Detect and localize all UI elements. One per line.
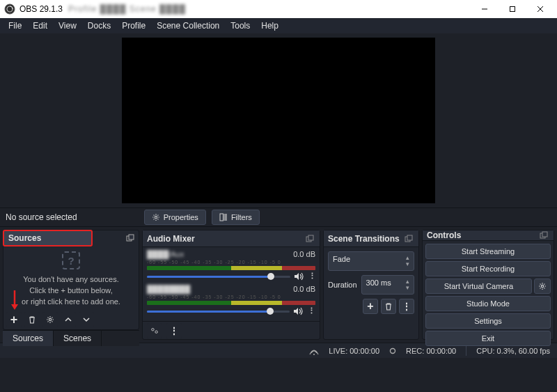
svg-line-11 — [153, 215, 154, 216]
properties-button[interactable]: Properties — [144, 210, 206, 225]
status-live: LIVE: 00:00:00 — [329, 347, 379, 355]
no-source-label: No source selected — [6, 212, 91, 222]
svg-line-27 — [52, 321, 52, 322]
menu-scene-collection[interactable]: Scene Collection — [151, 19, 225, 33]
svg-line-46 — [544, 288, 544, 288]
sources-panel: Sources x ? You don't have any sources. … — [3, 230, 139, 330]
start-virtual-camera-button[interactable]: Start Virtual Camera — [425, 279, 532, 294]
popout-icon[interactable] — [306, 235, 315, 243]
svg-rect-18 — [129, 235, 134, 240]
svg-rect-3 — [510, 7, 515, 12]
sources-empty-line: Click the + button below, — [29, 286, 113, 295]
preview-canvas[interactable] — [122, 38, 435, 203]
sources-empty-line: You don't have any sources. — [23, 275, 118, 283]
svg-point-35 — [155, 331, 157, 333]
menu-file[interactable]: File — [3, 19, 27, 33]
window-minimize-button[interactable] — [471, 0, 499, 18]
popout-icon[interactable] — [405, 235, 414, 243]
panel-title: Scene Transitions — [328, 234, 400, 244]
gear-icon — [538, 282, 547, 290]
window-titlebar: OBS 29.1.3 Profile ████ Scene ████ — [0, 0, 557, 18]
rec-dot-icon — [389, 347, 396, 354]
advanced-audio-button[interactable] — [147, 323, 162, 338]
speaker-icon[interactable] — [295, 272, 304, 281]
chevron-down-icon — [83, 316, 90, 323]
menu-tools[interactable]: Tools — [225, 19, 256, 33]
add-source-button[interactable]: + — [6, 312, 22, 327]
move-source-up-button[interactable] — [61, 312, 76, 327]
duration-input[interactable]: 300 ms ▴▾ — [361, 275, 414, 295]
mixer-channel-label: ████████ 0.0 dB — [147, 285, 315, 293]
svg-line-48 — [540, 288, 541, 288]
menu-bar: File Edit View Docks Profile Scene Colle… — [0, 18, 557, 33]
gears-icon — [150, 327, 159, 335]
speaker-icon[interactable] — [294, 307, 304, 315]
remove-transition-button[interactable] — [381, 299, 396, 314]
svg-point-50 — [391, 348, 395, 353]
svg-line-14 — [153, 219, 154, 219]
studio-mode-button[interactable]: Studio Mode — [425, 296, 551, 311]
sources-panel-title: Sources — [3, 230, 93, 246]
preview-area — [0, 33, 557, 207]
svg-marker-20 — [11, 304, 18, 310]
exit-button[interactable]: Exit — [425, 331, 551, 346]
settings-button[interactable]: Settings — [425, 313, 551, 329]
svg-point-40 — [541, 285, 543, 287]
menu-view[interactable]: View — [53, 19, 82, 33]
transition-select[interactable]: Fade ▴▾ — [328, 251, 414, 271]
svg-point-21 — [49, 318, 51, 320]
panel-title: Controls — [427, 230, 461, 240]
popout-icon[interactable] — [540, 231, 549, 240]
svg-rect-16 — [223, 214, 227, 221]
menu-docks[interactable]: Docks — [82, 19, 116, 33]
kebab-icon[interactable]: ⋮ — [308, 272, 315, 281]
annotation-arrow-icon — [9, 289, 20, 310]
kebab-icon[interactable]: ⋮ — [308, 306, 315, 315]
start-recording-button[interactable]: Start Recording — [425, 261, 551, 276]
volume-slider[interactable] — [147, 272, 290, 281]
audio-meter — [147, 266, 315, 270]
volume-slider[interactable] — [147, 307, 290, 315]
window-title: OBS 29.1.3 — [19, 4, 63, 14]
start-streaming-button[interactable]: Start Streaming — [425, 244, 551, 259]
svg-marker-32 — [295, 273, 299, 280]
filters-icon — [219, 213, 228, 221]
source-properties-button[interactable] — [42, 312, 58, 327]
svg-line-28 — [52, 317, 52, 318]
panel-title: Audio Mixer — [147, 234, 195, 244]
sources-empty-state[interactable]: ? You don't have any sources. Click the … — [3, 247, 139, 310]
move-source-down-button[interactable] — [79, 312, 94, 327]
audio-mixer-panel: Audio Mixer ████/Aux 0.0 dB -60 -55 -50 … — [142, 230, 320, 340]
svg-point-49 — [313, 354, 315, 355]
menu-edit[interactable]: Edit — [27, 19, 53, 33]
tab-sources[interactable]: Sources — [3, 331, 54, 346]
svg-line-29 — [48, 321, 49, 322]
svg-rect-39 — [542, 232, 547, 237]
svg-point-34 — [152, 328, 154, 330]
add-transition-button[interactable]: + — [363, 299, 378, 314]
window-close-button[interactable] — [526, 0, 554, 18]
mixer-menu-button[interactable]: ⋮ — [166, 323, 182, 338]
audio-meter — [147, 301, 315, 305]
trash-icon — [28, 315, 36, 324]
scene-transitions-panel: Scene Transitions Fade ▴▾ Duration 300 m… — [323, 230, 419, 340]
trash-icon — [384, 302, 393, 311]
controls-panel: Controls Start Streaming Start Recording… — [422, 230, 554, 340]
popout-icon[interactable] — [126, 234, 134, 242]
menu-help[interactable]: Help — [256, 19, 284, 33]
menu-profile[interactable]: Profile — [116, 19, 151, 33]
chevron-up-icon — [65, 316, 72, 323]
svg-point-0 — [5, 4, 15, 14]
sources-empty-line: or right click here to add one. — [22, 297, 120, 306]
filters-button[interactable]: Filters — [212, 210, 260, 225]
remove-source-button[interactable] — [24, 312, 40, 327]
obs-icon — [4, 3, 15, 15]
window-maximize-button[interactable] — [499, 0, 526, 18]
virtual-camera-settings-button[interactable] — [534, 279, 551, 294]
question-icon: ? — [62, 251, 80, 269]
svg-rect-31 — [308, 235, 313, 240]
tab-scenes[interactable]: Scenes — [54, 331, 102, 346]
svg-marker-33 — [294, 308, 298, 315]
meter-ticks: -60 -55 -50 -45 -40 -35 -30 -25 -20 -15 … — [147, 260, 315, 265]
transition-menu-button[interactable]: ⋮ — [399, 299, 414, 314]
